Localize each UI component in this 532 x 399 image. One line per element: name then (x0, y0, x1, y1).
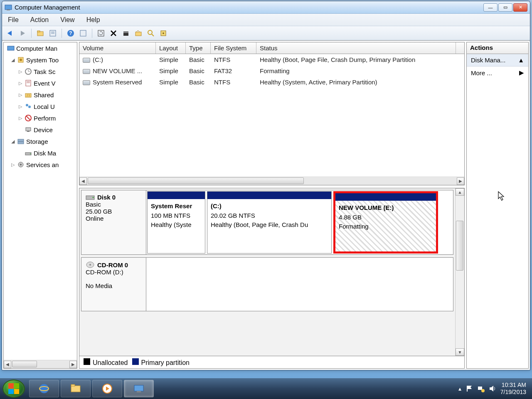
tree-item-label: Perform (34, 115, 56, 122)
up-button[interactable] (35, 28, 46, 39)
svg-point-54 (481, 389, 485, 392)
svg-rect-52 (467, 386, 468, 392)
disk-label[interactable]: CD-ROM 0 CD-ROM (D:)No Media (81, 258, 146, 311)
volume-row[interactable]: (C:)SimpleBasicNTFSHealthy (Boot, Page F… (79, 54, 464, 65)
svg-point-45 (39, 384, 49, 393)
computer-management-window: Computer Management — ▭ ✕ File Action Vi… (2, 1, 530, 370)
menu-view[interactable]: View (60, 16, 74, 24)
svg-rect-0 (5, 5, 12, 10)
partition[interactable]: NEW VOLUME (E:) 4.88 GB Formatting (333, 191, 438, 254)
chevron-icon: ▲ (518, 57, 524, 64)
column-header[interactable]: Layout (156, 42, 186, 54)
tree-item[interactable]: ▷Local U (4, 101, 77, 112)
disk-row: Disk 0 Basic25.00 GBOnline System Reser … (81, 190, 453, 255)
titlebar[interactable]: Computer Management — ▭ ✕ (2, 1, 530, 14)
close-button[interactable]: ✕ (513, 3, 527, 12)
tree-item[interactable]: ◢System Too (4, 54, 77, 66)
tree-hscroll[interactable]: ◀ ▶ (4, 360, 77, 368)
minimize-button[interactable]: — (483, 3, 498, 12)
volume-icon[interactable] (489, 385, 496, 392)
tree-item[interactable]: ▷Services an (4, 159, 77, 170)
partition[interactable]: (C:) 20.02 GB NTFS Healthy (Boot, Page F… (207, 191, 332, 254)
svg-point-42 (93, 197, 94, 198)
help-button[interactable]: ? (65, 28, 76, 39)
tree-item-label: Device (34, 126, 53, 133)
tree-item[interactable]: Disk Ma (4, 147, 77, 159)
volume-icon (83, 80, 90, 85)
taskbar-ie[interactable] (29, 380, 59, 397)
tray-clock[interactable]: 10:31 AM 7/19/2013 (500, 382, 526, 396)
tree-item[interactable]: ▷Task Sc (4, 66, 77, 77)
console-button[interactable] (78, 28, 89, 39)
volume-icon (83, 58, 90, 63)
actions-panel: Actions Disk Mana...▲More ...▶ (466, 42, 529, 369)
open-icon[interactable] (133, 28, 144, 39)
column-header[interactable]: Volume (79, 42, 156, 54)
menu-action[interactable]: Action (30, 16, 49, 24)
legend-item: Unallocated (84, 358, 128, 367)
taskbar-media[interactable] (92, 380, 122, 397)
search-icon[interactable] (145, 28, 156, 39)
menu-help[interactable]: Help (86, 16, 100, 24)
forward-button[interactable] (17, 28, 28, 39)
network-icon[interactable] (477, 385, 485, 392)
flag-icon[interactable] (466, 385, 473, 392)
svg-rect-10 (98, 30, 104, 36)
svg-point-30 (28, 106, 31, 108)
volume-row[interactable]: System ReservedSimpleBasicNTFSHealthy (S… (79, 76, 464, 88)
column-header[interactable]: Status (256, 42, 456, 54)
tree-item[interactable]: ◢Storage (4, 135, 77, 147)
tree-root[interactable]: Computer Man (4, 42, 77, 54)
disk-label[interactable]: Disk 0 Basic25.00 GBOnline (81, 190, 146, 254)
properties-button[interactable] (47, 28, 58, 39)
disk-partitions (146, 258, 453, 311)
tree-item-label: Event V (34, 80, 56, 87)
settings-icon[interactable] (121, 28, 131, 39)
tree-item-label: Shared (34, 91, 54, 99)
column-header[interactable]: Type (186, 42, 211, 54)
tree-item[interactable]: ▷Perform (4, 112, 77, 124)
volume-row[interactable]: NEW VOLUME ...SimpleBasicFAT32Formatting (79, 65, 464, 76)
tree-item[interactable]: ▷23Shared (4, 89, 77, 101)
taskbar-compmgmt[interactable] (124, 380, 154, 397)
back-button[interactable] (5, 28, 15, 39)
legend: UnallocatedPrimary partition (79, 356, 464, 368)
svg-point-20 (20, 59, 22, 61)
actions-item[interactable]: Disk Mana...▲ (467, 54, 528, 66)
tree-icon (25, 126, 32, 133)
svg-point-40 (20, 164, 22, 165)
actions-item[interactable]: More ...▶ (467, 66, 528, 79)
maximize-button[interactable]: ▭ (498, 3, 512, 12)
svg-rect-13 (135, 32, 141, 36)
delete-button[interactable] (108, 28, 119, 39)
legend-swatch (132, 358, 139, 365)
tree-panel: Computer Man ◢System Too▷Task Sc▷Event V… (3, 42, 77, 369)
svg-rect-18 (7, 46, 14, 50)
windows-logo-icon (8, 383, 19, 394)
refresh-button[interactable] (96, 28, 106, 39)
actions-item-label: More ... (471, 69, 492, 76)
svg-rect-35 (18, 142, 24, 144)
tree-item[interactable]: ▷Event V (4, 77, 77, 89)
grid-hscroll[interactable]: ◀ ▶ (79, 177, 464, 185)
partition-header (207, 192, 331, 199)
tree-icon (17, 161, 25, 168)
tray-time: 10:31 AM (500, 382, 526, 389)
svg-rect-51 (137, 391, 141, 392)
tree-item[interactable]: Device (4, 124, 77, 135)
partition-header (148, 192, 205, 199)
app-icon (5, 4, 12, 11)
content-area: Computer Man ◢System Too▷Task Sc▷Event V… (2, 40, 530, 370)
svg-point-14 (148, 30, 152, 34)
tray-arrow-icon[interactable]: ▴ (458, 385, 461, 392)
taskbar-explorer[interactable] (61, 380, 91, 397)
tree-icon (25, 149, 32, 157)
tree-icon (25, 103, 32, 110)
menu-file[interactable]: File (8, 16, 19, 24)
partition[interactable]: System Reser 100 MB NTFS Healthy (Syste (147, 191, 205, 254)
column-header[interactable]: File System (211, 42, 256, 54)
start-button[interactable] (2, 379, 25, 398)
disk-vscroll[interactable]: ▲ ▼ (455, 188, 464, 356)
options-icon[interactable] (158, 28, 169, 39)
tree-item-label: Local U (34, 103, 55, 110)
